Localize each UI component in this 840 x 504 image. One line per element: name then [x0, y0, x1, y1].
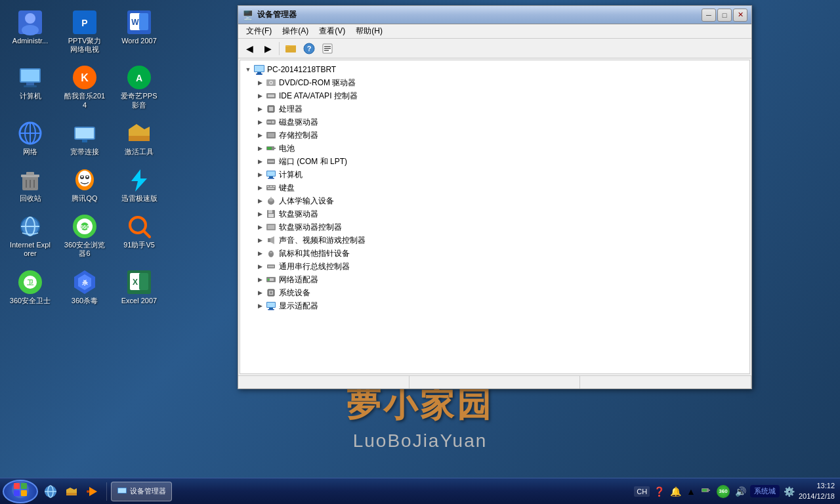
minimize-button[interactable]: ─: [702, 9, 716, 22]
keyboard-expand-icon[interactable]: ▶: [255, 182, 265, 193]
toolbar-properties[interactable]: [319, 41, 336, 56]
usb-expand-icon[interactable]: ▶: [255, 261, 265, 272]
desktop-icon-admin[interactable]: Administr...: [7, 7, 54, 56]
tray-settings-icon[interactable]: ⚙️: [782, 485, 796, 498]
menu-file[interactable]: 文件(F): [241, 24, 277, 38]
close-button[interactable]: ✕: [733, 9, 747, 22]
network-expand-icon[interactable]: ▶: [255, 274, 265, 285]
toolbar-help[interactable]: ?: [301, 41, 318, 56]
floppy-expand-icon[interactable]: ▶: [255, 209, 265, 219]
hid-expand-icon[interactable]: ▶: [255, 196, 265, 206]
toolbar-folder[interactable]: [282, 41, 299, 56]
desktop-icon-aiqiyi[interactable]: A 爱奇艺PPS影音: [116, 62, 163, 112]
title-bar[interactable]: 🖥️ 设备管理器 ─ □ ✕: [238, 6, 751, 24]
desktop-icon-helper91[interactable]: 91助手V5: [116, 211, 163, 261]
desktop-icon-network[interactable]: 网络: [7, 117, 54, 159]
svg-text:卫: 卫: [27, 279, 34, 286]
tree-battery[interactable]: ▶ 电池: [243, 142, 747, 155]
desktop-icon-kuwo[interactable]: K 酷我音乐2014: [61, 62, 108, 112]
desktop-icon-pptv[interactable]: P PPTV聚力 网络电视: [61, 7, 108, 56]
tree-computer-node[interactable]: ▶ 计算机: [243, 168, 747, 181]
tree-floppy[interactable]: ▶ 软盘驱动器: [243, 207, 747, 220]
qq-label: 腾讯QQ: [72, 194, 97, 203]
pptv-label: PPTV聚力 网络电视: [64, 37, 106, 54]
battery-expand-icon[interactable]: ▶: [255, 143, 265, 154]
system-dev-expand-icon[interactable]: ▶: [255, 287, 265, 298]
taskbar-ie-icon[interactable]: [41, 482, 60, 501]
root-collapse-icon[interactable]: ▼: [243, 64, 253, 75]
taskbar-media-icon[interactable]: [83, 482, 102, 501]
thunder-label: 迅雷极速版: [121, 194, 158, 203]
tree-root[interactable]: ▼ PC-20141218TBRT: [243, 63, 747, 76]
computer-expand-icon[interactable]: ▶: [255, 169, 265, 180]
menu-help[interactable]: 帮助(H): [350, 24, 388, 38]
desktop-icon-360guard[interactable]: 卫 360安全卫士: [7, 266, 54, 308]
start-button[interactable]: [3, 480, 38, 503]
tree-network[interactable]: ▶ 网络适配器: [243, 273, 747, 286]
ide-expand-icon[interactable]: ▶: [255, 91, 265, 101]
tree-port[interactable]: ▶ 端口 (COM 和 LPT): [243, 155, 747, 168]
tray-help-icon[interactable]: ❓: [652, 485, 666, 498]
tree-keyboard[interactable]: ▶ 键盘: [243, 181, 747, 194]
disk-expand-icon[interactable]: ▶: [255, 117, 265, 127]
desktop-icon-ie[interactable]: Internet Explorer: [7, 211, 54, 261]
sound-expand-icon[interactable]: ▶: [255, 235, 265, 245]
tree-hid[interactable]: ▶ 人体学输入设备: [243, 194, 747, 207]
svg-rect-103: [268, 225, 274, 229]
taskbar-explorer-icon[interactable]: [62, 482, 81, 501]
taskbar-app-device-manager[interactable]: 设备管理器: [111, 482, 172, 501]
desktop-icon-360browser[interactable]: 360 360安全浏览器6: [61, 211, 108, 261]
toolbar-back[interactable]: ◀: [241, 41, 258, 56]
tree-cpu[interactable]: ▶ 处理器: [243, 102, 747, 116]
tree-system-dev[interactable]: ▶ 系统设备: [243, 286, 747, 299]
tree-mouse[interactable]: ▶ 鼠标和其他指针设备: [243, 247, 747, 260]
svg-rect-11: [26, 83, 34, 85]
ide-icon: [265, 90, 277, 102]
svg-point-112: [272, 266, 274, 268]
window-icon: 🖥️: [242, 10, 253, 20]
menu-action[interactable]: 操作(A): [277, 24, 314, 38]
admin-label: Administr...: [12, 37, 48, 45]
systray-logo[interactable]: 系统城: [750, 485, 780, 497]
cpu-expand-icon[interactable]: ▶: [255, 104, 265, 114]
tray-expand-icon[interactable]: ▲: [685, 485, 697, 498]
desktop-icon-qq[interactable]: 腾讯QQ: [61, 164, 108, 205]
tree-disk[interactable]: ▶ 磁盘驱动器: [243, 116, 747, 129]
cpu-icon: [265, 103, 277, 115]
desktop-icon-activation[interactable]: 激活工具: [116, 117, 163, 159]
port-expand-icon[interactable]: ▶: [255, 156, 265, 167]
mouse-expand-icon[interactable]: ▶: [255, 248, 265, 259]
tree-usb[interactable]: ▶ 通用串行总线控制器: [243, 260, 747, 273]
tray-battery-icon[interactable]: [700, 484, 713, 499]
svg-rect-24: [129, 136, 150, 141]
tray-language[interactable]: CH: [634, 486, 650, 497]
desktop-icon-recycle[interactable]: 回收站: [7, 164, 54, 205]
tree-ide[interactable]: ▶ IDE ATA/ATAPI 控制器: [243, 89, 747, 102]
tree-sound[interactable]: ▶ 声音、视频和游戏控制器: [243, 234, 747, 247]
tree-display[interactable]: ▶ 显示适配器: [243, 299, 747, 312]
svg-rect-22: [75, 128, 94, 138]
tray-speaker-icon[interactable]: 🔊: [734, 485, 747, 498]
desktop-icon-broadband[interactable]: 宽带连接: [61, 117, 108, 159]
desktop-icon-word[interactable]: W Word 2007: [116, 7, 163, 56]
tree-floppy-ctrl[interactable]: ▶ 软盘驱动器控制器: [243, 220, 747, 234]
dvd-expand-icon[interactable]: ▶: [255, 77, 265, 88]
floppy-ctrl-expand-icon[interactable]: ▶: [255, 222, 265, 232]
desktop-icon-360kill[interactable]: 杀 360杀毒: [61, 266, 108, 308]
desktop-icon-computer[interactable]: 计算机: [7, 62, 54, 112]
tray-notification-icon[interactable]: 🔔: [669, 485, 682, 498]
tree-storage[interactable]: ▶ 存储控制器: [243, 129, 747, 142]
disk-icon: [265, 116, 277, 128]
tray-360-icon[interactable]: 360: [715, 484, 731, 499]
storage-expand-icon[interactable]: ▶: [255, 130, 265, 140]
tree-dvd[interactable]: ▶ DVD/CD-ROM 驱动器: [243, 76, 747, 89]
watermark: 夢小家园 LuoBoJiaYuan: [346, 382, 494, 452]
desktop-icon-thunder[interactable]: 迅雷极速版: [116, 164, 163, 205]
menu-view[interactable]: 查看(V): [314, 24, 350, 38]
tree-view-content[interactable]: ▼ PC-20141218TBRT ▶: [240, 60, 750, 374]
toolbar-forward[interactable]: ▶: [259, 41, 276, 56]
maximize-button[interactable]: □: [717, 9, 732, 22]
display-expand-icon[interactable]: ▶: [255, 301, 265, 311]
desktop-icon-excel[interactable]: X Excel 2007: [116, 266, 163, 308]
hid-icon: [265, 195, 277, 207]
